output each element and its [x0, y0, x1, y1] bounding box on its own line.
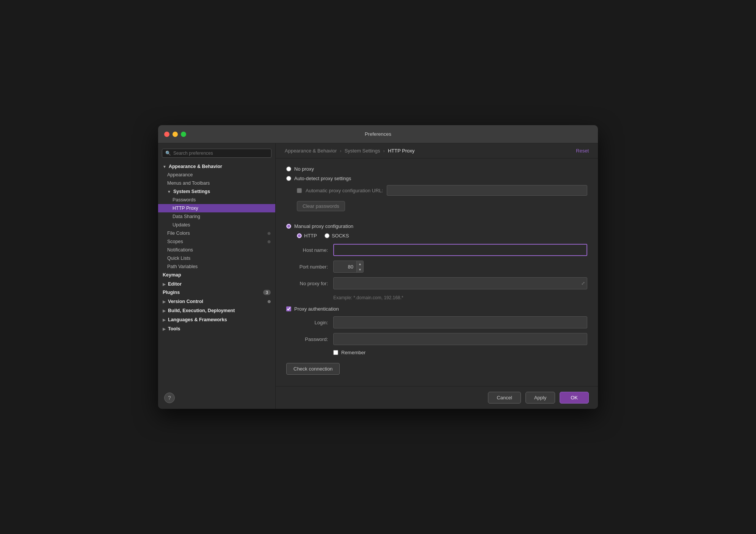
content-area: Appearance & Behavior › System Settings …: [276, 143, 598, 409]
remember-label[interactable]: Remember: [341, 350, 365, 355]
no-proxy-row: No proxy: [286, 166, 587, 172]
proxy-auth-checkbox[interactable]: [286, 306, 291, 311]
sidebar-item-appearance[interactable]: Appearance: [158, 171, 275, 179]
password-input[interactable]: [333, 333, 587, 345]
no-proxy-label[interactable]: No proxy: [294, 166, 314, 172]
sidebar-item-passwords[interactable]: Passwords: [158, 196, 275, 204]
example-text-wrapper: Example: *.domain.com, 192.168.*: [333, 294, 587, 301]
sidebar-item-path-variables[interactable]: Path Variables: [158, 262, 275, 271]
search-icon: 🔍: [165, 151, 171, 156]
preferences-window: Preferences 🔍 ▼ Appearance & Behavior Ap…: [158, 125, 598, 409]
sidebar-item-notifications[interactable]: Notifications: [158, 246, 275, 254]
host-name-input[interactable]: [333, 244, 587, 256]
sidebar-item-tools[interactable]: ▶ Tools: [158, 324, 275, 333]
breadcrumb-bar: Appearance & Behavior › System Settings …: [276, 143, 598, 159]
main-layout: 🔍 ▼ Appearance & Behavior Appearance Men…: [158, 143, 598, 409]
port-number-input[interactable]: 80: [334, 262, 356, 272]
file-colors-icon: ⊕: [267, 231, 271, 236]
http-radio[interactable]: [297, 233, 302, 238]
sidebar-item-plugins[interactable]: Plugins 3: [158, 288, 275, 297]
clear-passwords-button[interactable]: Clear passwords: [297, 201, 345, 211]
breadcrumb-part-3: HTTP Proxy: [388, 148, 415, 154]
check-connection-wrapper: Check connection: [286, 363, 587, 375]
sidebar-item-file-colors[interactable]: File Colors ⊕: [158, 229, 275, 237]
sidebar-item-appearance-behavior[interactable]: ▼ Appearance & Behavior: [158, 162, 275, 171]
close-button[interactable]: [164, 132, 169, 137]
window-title: Preferences: [365, 131, 391, 137]
protocol-row: HTTP SOCKS: [297, 233, 587, 239]
port-number-wrapper: 80 ▲ ▼: [333, 261, 364, 273]
sidebar-item-editor[interactable]: ▶ Editor: [158, 279, 275, 288]
sidebar-item-menus-toolbars[interactable]: Menus and Toolbars: [158, 179, 275, 187]
login-label: Login:: [286, 320, 328, 325]
host-name-row: Host name:: [286, 244, 587, 256]
check-connection-button[interactable]: Check connection: [286, 363, 340, 375]
search-input[interactable]: [173, 151, 268, 156]
sidebar-item-version-control[interactable]: ▶ Version Control ⊕: [158, 297, 275, 306]
sidebar-item-http-proxy[interactable]: HTTP Proxy: [158, 204, 275, 212]
sidebar-item-build-execution[interactable]: ▶ Build, Execution, Deployment: [158, 306, 275, 315]
auto-detect-radio[interactable]: [286, 176, 291, 181]
socks-label[interactable]: SOCKS: [332, 233, 349, 239]
auto-proxy-url-input[interactable]: [387, 185, 587, 196]
auto-detect-row: Auto-detect proxy settings: [286, 176, 587, 181]
reset-button[interactable]: Reset: [576, 148, 589, 154]
proxy-auth-label[interactable]: Proxy authentication: [294, 306, 339, 312]
breadcrumb-part-1[interactable]: Appearance & Behavior: [285, 148, 337, 154]
proxy-auth-row: Proxy authentication: [286, 306, 587, 312]
no-proxy-for-row: No proxy for: ⤢: [286, 277, 587, 289]
manual-proxy-label[interactable]: Manual proxy configuration: [294, 223, 353, 229]
scopes-icon: ⊕: [267, 239, 271, 244]
search-box[interactable]: 🔍: [162, 149, 271, 158]
login-row: Login:: [286, 316, 587, 328]
password-label: Password:: [286, 336, 328, 342]
breadcrumb-sep-2: ›: [383, 148, 385, 154]
version-control-icon: ⊕: [267, 299, 271, 304]
manual-proxy-radio[interactable]: [286, 224, 291, 229]
minimize-button[interactable]: [173, 132, 178, 137]
port-spin-down[interactable]: ▼: [357, 267, 363, 272]
auto-proxy-config-row: Automatic proxy configuration URL:: [297, 185, 587, 196]
remember-checkbox[interactable]: [333, 350, 338, 355]
collapse-icon: ▶: [163, 282, 166, 286]
cancel-button[interactable]: Cancel: [488, 392, 521, 404]
sidebar-item-quick-lists[interactable]: Quick Lists: [158, 254, 275, 262]
sidebar-item-keymap[interactable]: Keymap: [158, 271, 275, 279]
auto-detect-label[interactable]: Auto-detect proxy settings: [294, 176, 351, 181]
breadcrumb-sep-1: ›: [340, 148, 341, 154]
collapse-icon: ▶: [163, 318, 166, 322]
clear-passwords-wrapper: Clear passwords: [286, 201, 587, 217]
expand-icon[interactable]: ⤢: [581, 281, 585, 286]
collapse-icon: ▼: [163, 165, 166, 169]
ok-button[interactable]: OK: [560, 392, 589, 404]
collapse-icon: ▶: [163, 327, 166, 331]
apply-button[interactable]: Apply: [525, 392, 555, 404]
port-number-label: Port number:: [286, 264, 328, 270]
sidebar: 🔍 ▼ Appearance & Behavior Appearance Men…: [158, 143, 276, 409]
sidebar-item-scopes[interactable]: Scopes ⊕: [158, 237, 275, 246]
no-proxy-for-input[interactable]: [333, 277, 587, 289]
sidebar-item-system-settings[interactable]: ▼ System Settings: [158, 187, 275, 196]
plugins-badge: 3: [263, 290, 271, 295]
breadcrumb-part-2[interactable]: System Settings: [345, 148, 380, 154]
sidebar-item-updates[interactable]: Updates: [158, 221, 275, 229]
title-bar: Preferences: [158, 125, 598, 143]
auto-proxy-config-label: Automatic proxy configuration URL:: [306, 188, 383, 193]
host-name-label: Host name:: [286, 247, 328, 253]
sidebar-item-data-sharing[interactable]: Data Sharing: [158, 212, 275, 221]
collapse-icon: ▶: [163, 300, 166, 304]
maximize-button[interactable]: [181, 132, 186, 137]
socks-option: SOCKS: [325, 233, 349, 239]
sidebar-item-languages-frameworks[interactable]: ▶ Languages & Frameworks: [158, 315, 275, 324]
socks-radio[interactable]: [325, 233, 329, 238]
remember-row: Remember: [333, 350, 587, 355]
login-input[interactable]: [333, 316, 587, 328]
port-spinners: ▲ ▼: [356, 261, 363, 272]
example-text: Example: *.domain.com, 192.168.*: [333, 295, 403, 300]
port-spin-up[interactable]: ▲: [357, 261, 363, 267]
http-label[interactable]: HTTP: [304, 233, 317, 239]
manual-proxy-row: Manual proxy configuration: [286, 223, 587, 229]
no-proxy-for-wrapper: ⤢: [333, 277, 587, 289]
no-proxy-radio[interactable]: [286, 166, 291, 171]
collapse-icon: ▼: [167, 190, 171, 194]
